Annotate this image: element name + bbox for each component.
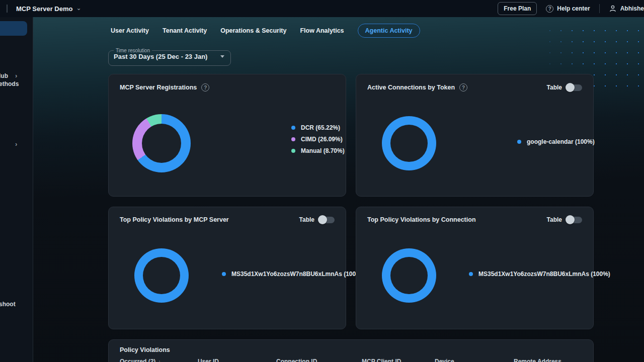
registrations-donut-chart [132,114,191,172]
legend-item: CIMD (26.09%) [291,133,345,145]
legend-item: Manual (8.70%) [291,145,345,156]
sidebar-item-methods[interactable]: ethods [0,80,19,87]
card-title: Active Connections by Token [367,84,455,91]
tab-flow-analytics[interactable]: Flow Analytics [300,27,344,34]
org-switcher[interactable]: MCP Server Demo ⌄ [16,5,82,13]
legend-dot [291,149,295,153]
analytics-tabs: User Activity Tenant Activity Operations… [111,23,420,38]
sidebar-item-label: lub [0,72,8,79]
legend-label: MS35d1Xw1Yo6zozsW7n8BU6xLmnAs (100%) [478,270,610,278]
tab-operations-security[interactable]: Operations & Security [220,27,286,34]
legend-dot [291,137,295,141]
legend-label: DCR (65.22%) [301,124,340,131]
legend-dot [222,272,226,276]
legend-item: MS35d1Xw1Yo6zozsW7n8BU6xLmnAs (100%) [469,268,610,280]
legend-item: google-calendar (100%) [517,136,595,147]
violations-connection-donut-chart [382,248,436,303]
toggle-knob [566,215,575,224]
help-icon: ? [546,5,553,13]
chevron-right-icon[interactable]: › [15,72,17,79]
column-header-occurred[interactable]: Occurred (2)↓ [120,358,161,362]
sidebar: lub › ethods › shoot [0,17,33,362]
user-name: Abhishe [620,5,644,12]
legend-dot [517,140,521,144]
chart-legend: DCR (65.22%) CIMD (26.09%) Manual (8.70%… [291,122,345,156]
toggle-knob [318,215,327,224]
user-menu[interactable]: Abhishe [609,5,644,13]
card-top-policy-violations-by-connection: Top Policy Violations by Connection Tabl… [356,207,594,329]
sidebar-item-hub[interactable]: lub [0,72,8,79]
dropdown-caret-icon [220,55,224,58]
card-mcp-server-registrations: MCP Server Registrations ? DCR (65.22%) … [108,74,346,197]
column-header-user-id[interactable]: User ID [198,358,219,362]
card-title: MCP Server Registrations [120,84,197,91]
column-header-remote-address[interactable]: Remote Address [514,358,561,362]
table-toggle-label: Table [547,216,562,223]
help-icon[interactable]: ? [459,83,467,92]
help-center-label: Help center [557,5,590,12]
card-active-connections-by-token: Active Connections by Token ? Table goog… [356,74,594,197]
org-name: MCP Server Demo [16,5,72,13]
table-toggle[interactable] [567,217,582,223]
table-toggle-label: Table [299,216,314,223]
chevron-down-icon: ⌄ [76,6,81,11]
table-title: Policy Violations [120,346,170,353]
donut-hole [390,125,428,162]
donut-hole [143,257,180,294]
column-header-connection-id[interactable]: Connection ID [276,358,317,362]
legend-label: MS35d1Xw1Yo6zozsW7n8BU6xLmnAs (100%) [231,270,363,278]
connections-donut-chart [382,116,436,170]
table-toggle-label: Table [547,84,562,91]
card-policy-violations-table: Policy Violations Occurred (2)↓ User ID … [108,339,594,362]
legend-label: Manual (8.70%) [301,147,345,154]
tab-tenant-activity[interactable]: Tenant Activity [163,27,207,34]
chart-legend: google-calendar (100%) [517,136,595,147]
column-header-label: Occurred (2) [120,358,155,362]
chart-legend: MS35d1Xw1Yo6zozsW7n8BU6xLmnAs (100%) [222,268,363,280]
card-top-policy-violations-by-mcp-server: Top Policy Violations by MCP Server Tabl… [108,207,346,329]
top-bar: MCP Server Demo ⌄ Free Plan ? Help cente… [0,0,644,17]
user-icon [609,5,617,13]
tab-agentic-activity[interactable]: Agentic Activity [358,24,420,38]
legend-label: google-calendar (100%) [527,138,595,145]
sidebar-item-troubleshoot[interactable]: shoot [0,301,16,308]
help-center-link[interactable]: ? Help center [546,5,590,13]
help-icon[interactable]: ? [201,83,209,92]
toggle-knob [566,83,575,92]
sidebar-item-label: ethods [0,80,19,87]
legend-dot [291,126,295,130]
topbar-divider [7,5,8,13]
time-resolution-value: Past 30 Days (25 Dec - 23 Jan) [114,53,207,60]
legend-label: CIMD (26.09%) [301,136,343,143]
legend-item: MS35d1Xw1Yo6zozsW7n8BU6xLmnAs (100%) [222,268,363,280]
table-toggle[interactable] [567,84,582,91]
topbar-vertical-divider [599,4,600,13]
legend-item: DCR (65.22%) [291,122,345,133]
free-plan-button[interactable]: Free Plan [498,2,537,15]
card-title: Top Policy Violations by Connection [367,216,476,223]
donut-hole [390,257,428,294]
donut-hole [142,124,181,163]
chart-legend: MS35d1Xw1Yo6zozsW7n8BU6xLmnAs (100%) [469,268,610,280]
column-header-device[interactable]: Device [435,358,454,362]
legend-dot [469,272,473,276]
sort-desc-icon[interactable]: ↓ [158,358,161,362]
tab-user-activity[interactable]: User Activity [111,27,149,34]
sidebar-item-selected[interactable] [0,21,27,36]
card-title: Top Policy Violations by MCP Server [120,216,229,223]
chevron-right-icon[interactable]: › [15,140,17,148]
table-toggle[interactable] [319,217,335,223]
sidebar-item-label: shoot [0,301,16,308]
column-header-mcp-client-id[interactable]: MCP Client ID [362,358,401,362]
time-resolution-select[interactable]: Time resolution Past 30 Days (25 Dec - 2… [108,48,231,66]
violations-server-donut-chart [134,248,189,303]
